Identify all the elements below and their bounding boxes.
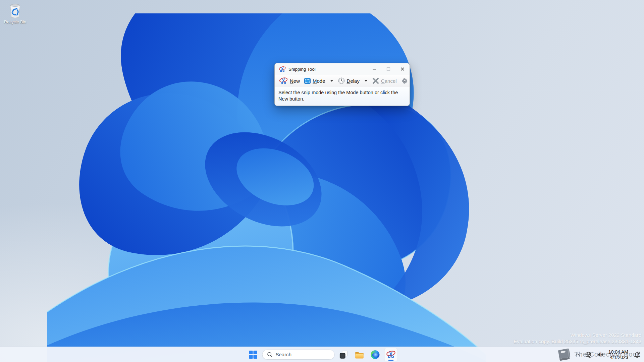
task-view-icon (339, 350, 348, 359)
snipping-tool-icon (386, 350, 396, 359)
new-button[interactable]: New (278, 76, 301, 85)
tray-date: 4/1/2023 (608, 355, 628, 360)
mode-icon (304, 78, 311, 84)
mode-label: Mode (313, 78, 325, 84)
recycle-bin-icon (7, 3, 23, 19)
titlebar[interactable]: Snipping Tool (275, 63, 410, 75)
start-button[interactable] (247, 348, 260, 361)
task-view-button[interactable] (337, 348, 351, 361)
taskbar-clock[interactable]: 10:04 AM 4/1/2023 (608, 349, 629, 361)
network-globe-icon (585, 351, 592, 358)
recycle-bin-label: Recycle Bin (2, 20, 28, 24)
snipping-tool-icon (279, 66, 286, 72)
new-snip-icon (279, 77, 288, 85)
taskbar: The Collection Book (0, 347, 644, 362)
close-button[interactable] (395, 63, 410, 75)
minimize-button[interactable] (367, 63, 381, 75)
book-icon (557, 348, 572, 361)
delay-button[interactable]: Delay (337, 77, 361, 85)
cancel-label: Cancel (381, 78, 397, 84)
snip-message: Select the snip mode using the Mode butt… (278, 90, 398, 102)
maximize-button[interactable] (381, 63, 395, 75)
window-title: Snipping Tool (288, 67, 367, 72)
snipping-tool-taskbar-button[interactable] (384, 348, 398, 361)
chevron-down-icon (365, 80, 367, 82)
edge-button[interactable] (369, 348, 382, 361)
file-explorer-button[interactable] (353, 348, 366, 361)
search-input[interactable] (276, 352, 326, 357)
mode-button[interactable]: Mode (303, 77, 326, 84)
new-label: New (290, 78, 300, 84)
windows-logo-icon (249, 351, 257, 359)
volume-button[interactable] (596, 351, 604, 359)
snipping-tool-window: Snipping Tool New (274, 63, 410, 106)
file-explorer-icon (355, 350, 364, 359)
wallpaper-bloom (47, 13, 486, 362)
chevron-up-icon (575, 353, 580, 356)
mode-dropdown[interactable] (329, 79, 335, 82)
options-gear-icon (401, 77, 408, 84)
options-button[interactable]: Options (400, 77, 410, 85)
delay-clock-icon (338, 77, 345, 84)
volume-icon (597, 351, 603, 358)
system-tray: 10:04 AM 4/1/2023 (575, 347, 641, 362)
tray-time: 10:04 AM (608, 349, 628, 355)
snip-toolbar: New Mode Delay Cancel (275, 75, 410, 87)
search-icon (267, 352, 273, 357)
maximize-icon (386, 67, 390, 71)
taskbar-search[interactable] (262, 350, 335, 360)
minimize-icon (372, 67, 376, 71)
cancel-x-icon (372, 77, 379, 84)
bell-z-icon (633, 351, 641, 358)
edge-icon (371, 350, 380, 359)
chevron-down-icon (330, 80, 333, 82)
snip-message-area: Select the snip mode using the Mode butt… (275, 87, 410, 106)
active-app-indicator (388, 360, 394, 361)
delay-label: Delay (347, 78, 360, 84)
watermark-line1: Windows Server 2022 Standard (514, 332, 641, 338)
eval-watermark: Windows Server 2022 Standard Evaluation … (514, 332, 641, 345)
network-button[interactable] (584, 351, 592, 359)
watermark-line2: Evaluation copy. Build 25335.rs_prerelea… (514, 338, 641, 345)
notifications-button[interactable] (633, 350, 641, 359)
cancel-button[interactable]: Cancel (371, 77, 398, 85)
delay-dropdown[interactable] (363, 79, 369, 82)
hidden-icons-button[interactable] (575, 352, 581, 357)
recycle-bin[interactable]: Recycle Bin (2, 3, 28, 24)
close-icon (400, 67, 405, 71)
